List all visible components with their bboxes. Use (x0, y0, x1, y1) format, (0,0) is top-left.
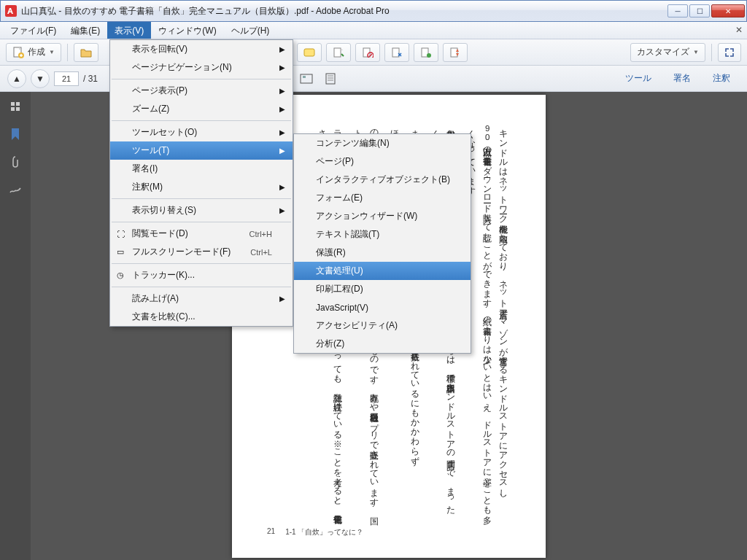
menu-item[interactable]: JavaScript(V) (294, 298, 471, 316)
tools-submenu-dropdown: コンテンツ編集(N)ページ(P)インタラクティブオブジェクト(B)フォーム(E)… (293, 133, 471, 354)
svg-point-9 (427, 53, 431, 58)
tool-icon-2[interactable] (326, 43, 351, 62)
bookmark-icon[interactable] (8, 127, 23, 141)
menu-item[interactable]: ⛶閲覧モード(D)Ctrl+H (110, 225, 293, 243)
attachment-icon[interactable] (8, 155, 23, 169)
tool-icon-5[interactable] (414, 43, 438, 62)
menu-item-label: トラッカー(K)... (132, 269, 195, 281)
customize-label: カスタマイズ (637, 46, 689, 58)
svg-rect-10 (451, 48, 457, 57)
view-icon-1[interactable] (296, 69, 317, 88)
minimize-button[interactable]: ─ (667, 4, 688, 18)
expand-button[interactable] (718, 43, 741, 62)
page-up-button[interactable]: ▲ (7, 69, 26, 88)
menu-item[interactable]: 文書処理(U) (294, 262, 471, 280)
menu-item[interactable]: ツールセット(O)▶ (110, 123, 293, 141)
menu-view[interactable]: 表示(V) (107, 22, 151, 39)
menu-item[interactable]: ▭フルスクリーンモード(F)Ctrl+L (110, 243, 293, 261)
menu-item-label: 読み上げ(A) (132, 292, 179, 305)
menu-item[interactable]: ◷トラッカー(K)... (110, 266, 293, 284)
dropdown-icon: ▼ (693, 49, 699, 55)
menu-item-label: 文書を比較(C)... (132, 311, 196, 323)
link-tools[interactable]: ツール (616, 69, 661, 88)
tool-icon-6[interactable] (443, 43, 468, 62)
tool-icon-1[interactable] (297, 43, 322, 62)
menu-item-label: ズーム(Z) (132, 103, 169, 115)
menu-item-label: ページ表示(P) (132, 85, 187, 97)
menu-item-shortcut: Ctrl+H (249, 230, 272, 238)
close-button[interactable]: ✕ (711, 4, 745, 18)
create-button[interactable]: 作成 ▼ (6, 43, 61, 62)
submenu-arrow-icon: ▶ (279, 87, 285, 95)
app-icon (5, 5, 17, 17)
menu-item-label: 印刷工程(D) (316, 283, 363, 295)
svg-rect-7 (392, 48, 399, 57)
menu-item-shortcut: Ctrl+L (250, 248, 272, 257)
titlebar: 山口真弘 - 目炊のすすめ 電子書籍「自炊」完全マニュアル（目炊版）.pdf -… (0, 0, 747, 22)
menu-item[interactable]: ツール(T)▶ (110, 141, 293, 160)
menu-item[interactable]: ページ(P) (294, 152, 471, 171)
view-icon-2[interactable] (321, 69, 341, 88)
svg-rect-4 (334, 48, 341, 57)
svg-rect-12 (303, 76, 306, 78)
menu-item-icon: ▭ (115, 247, 126, 257)
menu-window[interactable]: ウィンドウ(W) (151, 22, 223, 39)
menu-item[interactable]: 署名(I) (110, 160, 293, 178)
menubar-close-icon[interactable]: ✕ (735, 25, 743, 35)
menu-item[interactable]: ページナビゲーション(N)▶ (110, 58, 293, 77)
submenu-arrow-icon: ▶ (279, 63, 285, 71)
menu-separator (112, 263, 291, 264)
menu-item[interactable]: コンテンツ編集(N) (294, 134, 471, 152)
menu-item[interactable]: 読み上げ(A)▶ (110, 289, 293, 308)
submenu-arrow-icon: ▶ (279, 183, 285, 191)
menu-item[interactable]: インタラクティブオブジェクト(B) (294, 171, 471, 189)
menu-item[interactable]: 文書を比較(C)... (110, 308, 293, 326)
page-number-input[interactable]: 21 (54, 71, 79, 86)
menu-item[interactable]: テキスト認識(T) (294, 225, 471, 244)
submenu-arrow-icon: ▶ (279, 295, 285, 303)
menu-separator (112, 222, 291, 222)
menu-item[interactable]: 分析(Z) (294, 335, 471, 353)
menu-item-label: テキスト認識(T) (316, 228, 379, 241)
tool-icon-4[interactable] (384, 43, 409, 62)
svg-rect-17 (16, 107, 20, 111)
menu-item-label: フルスクリーンモード(F) (132, 246, 231, 258)
menu-item[interactable]: ページ表示(P)▶ (110, 82, 293, 100)
page-number: 21 (267, 527, 275, 537)
customize-button[interactable]: カスタマイズ ▼ (630, 43, 705, 62)
menu-item[interactable]: フォーム(E) (294, 189, 471, 207)
menu-file[interactable]: ファイル(F) (3, 22, 63, 39)
menu-item-label: 注釈(M) (132, 181, 163, 193)
svg-rect-15 (16, 102, 20, 106)
menu-help[interactable]: ヘルプ(H) (224, 22, 277, 39)
menu-item[interactable]: ズーム(Z)▶ (110, 100, 293, 118)
submenu-arrow-icon: ▶ (279, 147, 285, 155)
menu-item[interactable]: 表示切り替え(S)▶ (110, 201, 293, 219)
menu-item[interactable]: 表示を回転(V)▶ (110, 40, 293, 58)
menu-item[interactable]: アクションウィザード(W) (294, 207, 471, 225)
submenu-arrow-icon: ▶ (279, 206, 285, 214)
menu-item-label: ツールセット(O) (132, 126, 197, 139)
menubar: ファイル(F) 編集(E) 表示(V) ウィンドウ(W) ヘルプ(H) ✕ (0, 22, 747, 39)
create-label: 作成 (28, 46, 45, 58)
page-total: / 31 (83, 74, 98, 84)
open-button[interactable] (74, 43, 98, 62)
menu-item-label: 表示切り替え(S) (132, 204, 196, 217)
maximize-button[interactable]: ☐ (689, 4, 710, 18)
menu-item[interactable]: アクセシビリティ(A) (294, 316, 471, 335)
menu-item-label: 保護(R) (316, 246, 346, 259)
menu-item[interactable]: 注釈(M)▶ (110, 178, 293, 196)
menu-item-label: ページ(P) (316, 155, 354, 168)
page-down-button[interactable]: ▼ (31, 69, 50, 88)
menu-separator (112, 79, 291, 79)
tool-icon-3[interactable] (355, 43, 380, 62)
signatures-icon[interactable] (8, 182, 23, 197)
thumbnails-icon[interactable] (8, 99, 23, 114)
link-comment[interactable]: 注釈 (703, 69, 740, 88)
menu-item-label: 分析(Z) (316, 338, 344, 350)
link-sign[interactable]: 署名 (664, 69, 700, 88)
menu-item[interactable]: 印刷工程(D) (294, 280, 471, 298)
menu-item[interactable]: 保護(R) (294, 244, 471, 262)
menu-edit[interactable]: 編集(E) (63, 22, 107, 39)
menu-item-label: アクセシビリティ(A) (316, 319, 398, 332)
